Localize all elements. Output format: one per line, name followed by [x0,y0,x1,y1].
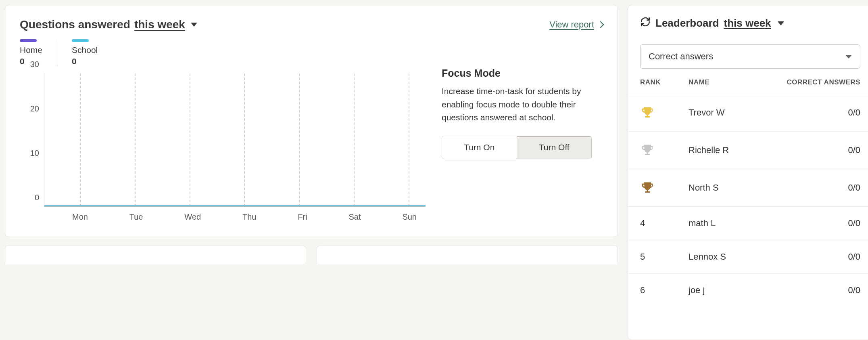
leaderboard-score: 0/0 [772,145,860,155]
gridline [354,73,355,206]
gridline [135,73,136,206]
focus-mode-title: Focus Mode [442,67,603,79]
focus-mode-panel: Focus Mode Increase time-on-task for stu… [442,39,603,227]
x-tick: Wed [184,212,201,222]
leaderboard-rank [640,105,689,120]
refresh-icon [640,17,651,30]
leaderboard-score: 0/0 [772,285,860,296]
leaderboard-rank [640,143,689,157]
trophy-icon [640,180,655,195]
legend-school-label: School [72,45,98,55]
leaderboard-name: Trevor W [689,107,772,118]
x-tick: Tue [129,212,143,222]
leaderboard-rank: 5 [640,252,689,262]
focus-on-button[interactable]: Turn On [442,136,517,159]
questions-chart: 0102030 MonTueWedThuFriSatSun [20,73,426,227]
leaderboard-metric-label: Correct answers [649,51,713,62]
chevron-right-icon [597,21,604,28]
trophy-icon [640,143,655,157]
leaderboard-metric-select[interactable]: Correct answers [640,44,860,69]
col-score: CORRECT ANSWERS [772,78,860,86]
x-tick: Fri [298,212,307,222]
leaderboard-score: 0/0 [772,107,860,118]
stub-card-left [5,245,306,264]
chevron-down-icon [778,21,784,25]
x-tick: Sat [349,212,361,222]
view-report-label: View report [549,19,594,30]
focus-off-button[interactable]: Turn Off [517,136,592,159]
gridline [80,73,81,206]
leaderboard-row[interactable]: North S0/0 [628,169,868,206]
leaderboard-title-period: this week [724,17,771,29]
y-tick: 0 [35,193,39,202]
leaderboard-columns: RANK NAME CORRECT ANSWERS [628,78,868,94]
legend-school-value: 0 [72,57,98,66]
questions-answered-card: Questions answered this week View report… [5,5,618,237]
legend-school: School 0 [72,39,98,66]
leaderboard-name: joe j [689,285,772,296]
gridline [299,73,300,206]
leaderboard-name: Richelle R [689,145,772,155]
view-report-link[interactable]: View report [549,19,603,30]
leaderboard-row[interactable]: 6joe j0/0 [628,273,868,307]
leaderboard-name: North S [689,183,772,193]
leaderboard-row[interactable]: Trevor W0/0 [628,94,868,131]
leaderboard-title[interactable]: Leaderboard this week [640,17,860,30]
questions-title[interactable]: Questions answered this week [20,18,197,31]
col-name: NAME [689,78,772,86]
leaderboard-rank: 4 [640,218,689,229]
leaderboard-card: Leaderboard this week Correct answers RA… [628,5,868,340]
leaderboard-rank [640,180,689,195]
stub-card-right [317,245,618,264]
legend-swatch-school [72,39,89,42]
legend-swatch-home [20,39,37,42]
leaderboard-title-prefix: Leaderboard [655,17,719,29]
leaderboard-row[interactable]: 5Lennox S0/0 [628,240,868,273]
x-tick: Thu [242,212,256,222]
x-tick: Mon [72,212,88,222]
leaderboard-name: math L [689,218,772,229]
gridline [190,73,190,206]
legend-home-label: Home [20,45,42,55]
focus-mode-toggle: Turn On Turn Off [442,136,592,159]
leaderboard-rank: 6 [640,285,689,296]
leaderboard-name: Lennox S [689,252,772,262]
questions-title-prefix: Questions answered [20,18,130,31]
legend-separator [57,39,57,66]
gridline [409,73,409,206]
leaderboard-score: 0/0 [772,183,860,193]
leaderboard-row[interactable]: Richelle R0/0 [628,131,868,169]
leaderboard-row[interactable]: 4math L0/0 [628,206,868,240]
x-tick: Sun [402,212,417,222]
questions-title-period: this week [134,18,185,31]
chart-series-line [44,205,426,206]
leaderboard-score: 0/0 [772,252,860,262]
leaderboard-score: 0/0 [772,218,860,229]
chevron-down-icon [191,23,197,27]
col-rank: RANK [640,78,689,86]
chevron-down-icon [845,55,852,59]
trophy-icon [640,105,655,120]
y-tick: 30 [30,60,39,69]
y-tick: 10 [30,149,39,158]
chart-legend: Home 0 School 0 [20,39,426,66]
focus-mode-description: Increase time-on-task for students by en… [442,85,603,124]
gridline [244,73,245,206]
y-tick: 20 [30,104,39,113]
